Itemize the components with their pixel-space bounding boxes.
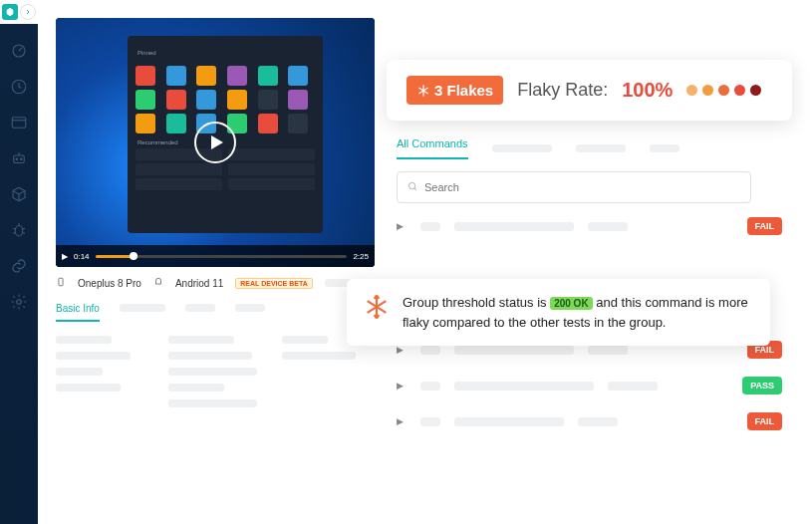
sidebar: [0, 0, 38, 524]
snowflake-icon: [416, 84, 430, 98]
flaky-rate-label: Flaky Rate:: [517, 80, 608, 101]
device-name: Oneplus 8 Pro: [78, 278, 141, 289]
video-current-time: 0:14: [74, 252, 90, 261]
tab-all-commands[interactable]: All Commands: [397, 137, 468, 159]
expand-icon[interactable]: ▶: [397, 381, 406, 391]
tab-placeholder[interactable]: [235, 303, 265, 322]
svg-rect-2: [12, 118, 26, 129]
browser-icon[interactable]: [10, 114, 28, 131]
sidebar-collapse-toggle[interactable]: [20, 4, 36, 20]
flakes-count-badge: 3 Flakes: [406, 76, 503, 105]
video-player[interactable]: Pinned Recommended ▶: [56, 18, 375, 267]
status-badge: FAIL: [747, 217, 783, 235]
gear-icon[interactable]: [10, 293, 28, 311]
tab-basic-info[interactable]: Basic Info: [56, 303, 100, 322]
svg-rect-8: [59, 278, 63, 286]
bug-icon[interactable]: [10, 221, 28, 239]
tab-placeholder[interactable]: [185, 303, 215, 322]
expand-icon[interactable]: ▶: [397, 345, 406, 355]
app-logo[interactable]: [2, 4, 18, 20]
device-os: Andriod 11: [175, 278, 223, 289]
sidebar-header: [0, 0, 38, 24]
video-seek-track[interactable]: [96, 255, 348, 258]
video-column: Pinned Recommended ▶: [56, 18, 375, 430]
expand-icon[interactable]: ▶: [397, 221, 406, 231]
svg-point-4: [16, 158, 18, 160]
commands-search[interactable]: [397, 171, 751, 203]
real-device-badge: REAL DEVICE BETA: [235, 278, 312, 289]
cube-icon[interactable]: [10, 185, 28, 203]
clock-icon[interactable]: [10, 78, 28, 96]
search-input[interactable]: [424, 181, 740, 193]
dashboard-icon[interactable]: [10, 42, 28, 60]
svg-point-6: [15, 226, 23, 237]
command-row[interactable]: ▶ FAIL: [397, 217, 782, 235]
info-tabs: Basic Info: [56, 303, 375, 322]
play-icon[interactable]: ▶: [62, 252, 68, 261]
device-info-row: Oneplus 8 Pro Andriod 11 REAL DEVICE BET…: [56, 277, 375, 289]
tab-placeholder[interactable]: [576, 144, 626, 152]
commands-tabs: All Commands: [397, 137, 782, 159]
android-icon: [153, 277, 163, 289]
video-controls: ▶ 0:14 2:25: [56, 245, 375, 267]
command-row[interactable]: ▶ PASS: [397, 377, 782, 394]
robot-icon[interactable]: [10, 149, 28, 167]
search-icon: [407, 178, 418, 196]
play-button[interactable]: [194, 122, 236, 163]
status-badge: FAIL: [747, 412, 783, 430]
link-icon[interactable]: [10, 257, 28, 275]
main-content: Pinned Recommended ▶: [38, 0, 812, 524]
sidebar-nav: [10, 42, 28, 311]
flaky-rate-value: 100%: [622, 79, 673, 102]
video-duration: 2:25: [353, 252, 369, 261]
info-placeholder-grid: [56, 336, 375, 407]
svg-point-9: [408, 182, 414, 188]
svg-rect-3: [14, 155, 25, 163]
right-column: 3 Flakes Flaky Rate: 100% All Commands: [397, 18, 812, 430]
status-ok-badge: 200 OK: [550, 297, 592, 310]
threshold-text: Group threshold status is 200 OK and thi…: [403, 293, 754, 332]
command-row[interactable]: ▶ FAIL: [397, 412, 782, 430]
svg-point-5: [21, 158, 23, 160]
svg-point-7: [17, 300, 22, 305]
flaky-severity-dots: [686, 85, 761, 96]
threshold-callout: Group threshold status is 200 OK and thi…: [347, 279, 770, 346]
phone-icon: [56, 277, 66, 289]
snowflake-icon: [363, 293, 391, 321]
tab-placeholder[interactable]: [650, 144, 679, 152]
flaky-summary-card: 3 Flakes Flaky Rate: 100%: [387, 60, 792, 121]
expand-icon[interactable]: ▶: [397, 416, 406, 426]
tab-placeholder[interactable]: [492, 144, 552, 152]
tab-placeholder[interactable]: [120, 303, 165, 322]
status-badge: PASS: [742, 377, 782, 394]
